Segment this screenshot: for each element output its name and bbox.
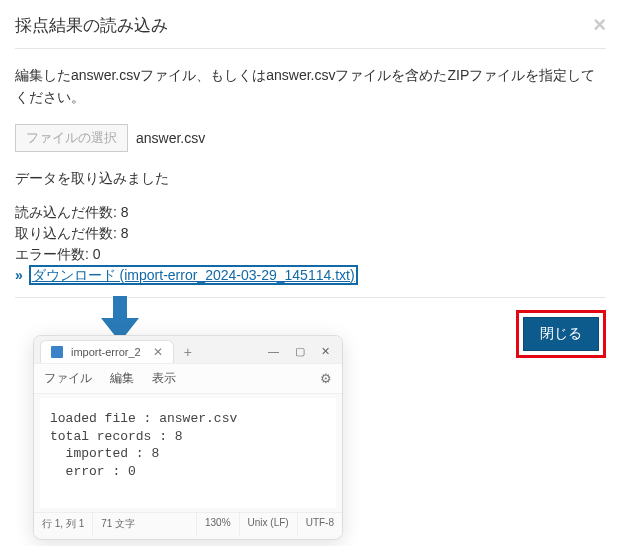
file-select-button[interactable]: ファイルの選択 — [15, 124, 128, 152]
notepad-window: import-error_2 ✕ + — ▢ ✕ ファイル 編集 表示 ⚙ lo… — [33, 335, 343, 540]
close-button-highlight: 閉じる — [516, 310, 606, 358]
status-chars: 71 文字 — [93, 513, 197, 535]
status-zoom: 130% — [197, 513, 240, 535]
count-read: 読み込んだ件数: 8 — [15, 202, 606, 223]
notepad-titlebar: import-error_2 ✕ + — ▢ ✕ — [34, 336, 342, 363]
maximize-icon[interactable]: ▢ — [295, 345, 305, 358]
download-prefix-icon: » — [15, 267, 23, 283]
import-results-dialog: 採点結果の読み込み × 編集したanswer.csvファイル、もしくはanswe… — [0, 0, 621, 370]
count-imported: 取り込んだ件数: 8 — [15, 223, 606, 244]
window-controls: — ▢ ✕ — [268, 345, 336, 358]
file-select-row: ファイルの選択 answer.csv — [15, 124, 606, 152]
status-eol: Unix (LF) — [240, 513, 298, 535]
import-counts: 読み込んだ件数: 8 取り込んだ件数: 8 エラー件数: 0 — [15, 202, 606, 265]
download-link[interactable]: ダウンロード (import-error_2024-03-29_145114.t… — [29, 265, 358, 285]
dialog-title: 採点結果の読み込み — [15, 14, 168, 37]
notepad-statusbar: 行 1, 列 1 71 文字 130% Unix (LF) UTF-8 — [34, 512, 342, 535]
notepad-content[interactable]: loaded file : answer.csv total records :… — [40, 398, 336, 508]
menu-file[interactable]: ファイル — [44, 370, 92, 387]
minimize-icon[interactable]: — — [268, 345, 279, 358]
import-status-message: データを取り込みました — [15, 170, 606, 188]
download-row: » ダウンロード (import-error_2024-03-29_145114… — [15, 267, 606, 285]
notepad-app-icon — [51, 346, 63, 358]
menu-edit[interactable]: 編集 — [110, 370, 134, 387]
dialog-header: 採点結果の読み込み × — [15, 12, 606, 49]
gear-icon[interactable]: ⚙ — [320, 371, 332, 386]
status-encoding: UTF-8 — [298, 513, 342, 535]
notepad-tab[interactable]: import-error_2 ✕ — [40, 340, 174, 363]
status-position: 行 1, 列 1 — [34, 513, 93, 535]
selected-file-label: answer.csv — [136, 130, 205, 146]
tab-close-icon[interactable]: ✕ — [153, 345, 163, 359]
close-icon[interactable]: × — [593, 12, 606, 38]
notepad-menubar: ファイル 編集 表示 ⚙ — [34, 363, 342, 394]
close-button[interactable]: 閉じる — [523, 317, 599, 351]
window-close-icon[interactable]: ✕ — [321, 345, 330, 358]
notepad-tab-title: import-error_2 — [71, 346, 141, 358]
new-tab-icon[interactable]: + — [180, 344, 196, 360]
count-errors: エラー件数: 0 — [15, 244, 606, 265]
instruction-text: 編集したanswer.csvファイル、もしくはanswer.csvファイルを含め… — [15, 64, 606, 109]
menu-view[interactable]: 表示 — [152, 370, 176, 387]
